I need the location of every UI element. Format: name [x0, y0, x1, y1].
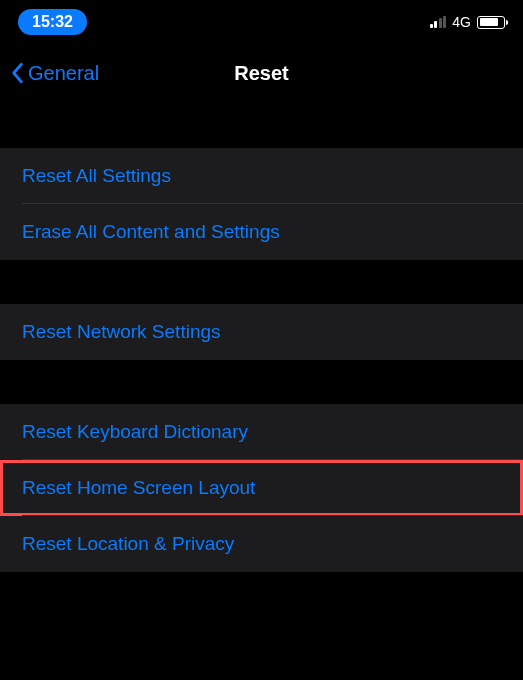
row-label: Reset Network Settings: [22, 321, 221, 343]
settings-group-1: Reset All Settings Erase All Content and…: [0, 148, 523, 260]
back-button[interactable]: General: [10, 62, 99, 85]
nav-bar: General Reset: [0, 44, 523, 102]
settings-group-3: Reset Keyboard Dictionary Reset Home Scr…: [0, 404, 523, 572]
row-label: Reset All Settings: [22, 165, 171, 187]
network-label: 4G: [452, 14, 471, 30]
reset-location-privacy[interactable]: Reset Location & Privacy: [0, 516, 523, 572]
reset-all-settings[interactable]: Reset All Settings: [0, 148, 523, 204]
signal-icon: [430, 16, 447, 28]
battery-icon: [477, 16, 505, 29]
reset-keyboard-dictionary[interactable]: Reset Keyboard Dictionary: [0, 404, 523, 460]
status-right: 4G: [430, 14, 505, 30]
erase-all-content[interactable]: Erase All Content and Settings: [0, 204, 523, 260]
row-label: Reset Location & Privacy: [22, 533, 234, 555]
row-label: Erase All Content and Settings: [22, 221, 280, 243]
reset-network-settings[interactable]: Reset Network Settings: [0, 304, 523, 360]
settings-group-2: Reset Network Settings: [0, 304, 523, 360]
row-label: Reset Keyboard Dictionary: [22, 421, 248, 443]
chevron-left-icon: [10, 62, 24, 84]
row-label: Reset Home Screen Layout: [22, 477, 255, 499]
status-time: 15:32: [18, 9, 87, 35]
back-label: General: [28, 62, 99, 85]
status-bar: 15:32 4G: [0, 0, 523, 44]
reset-home-screen-layout[interactable]: Reset Home Screen Layout: [0, 460, 523, 516]
